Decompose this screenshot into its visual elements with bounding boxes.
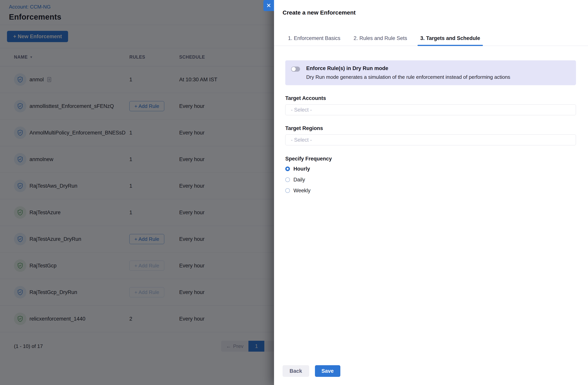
dry-run-toggle[interactable]	[291, 67, 300, 72]
dry-run-description: Dry Run mode generates a simulation of t…	[306, 74, 510, 80]
create-enforcement-drawer: ✕ Create a new Enforcement 1. Enforcemen…	[274, 0, 588, 385]
frequency-field: Specify Frequency HourlyDailyWeekly	[285, 156, 576, 196]
target-regions-label: Target Regions	[285, 125, 576, 131]
dry-run-banner: Enforce Rule(s) in Dry Run mode Dry Run …	[285, 60, 576, 85]
frequency-option-label: Daily	[294, 177, 305, 183]
radio-unselected-icon[interactable]	[285, 177, 290, 182]
save-button[interactable]: Save	[315, 365, 340, 377]
frequency-radio-group: HourlyDailyWeekly	[285, 163, 576, 196]
dry-run-title: Enforce Rule(s) in Dry Run mode	[306, 65, 510, 71]
radio-selected-icon[interactable]	[285, 166, 290, 171]
target-accounts-label: Target Accounts	[285, 95, 576, 101]
drawer-title: Create a new Enforcement	[283, 9, 579, 16]
target-accounts-select[interactable]: - Select -	[285, 104, 576, 115]
tab-enforcement-basics[interactable]: 1. Enforcement Basics	[285, 35, 343, 45]
radio-unselected-icon[interactable]	[285, 188, 290, 193]
back-button[interactable]: Back	[283, 365, 309, 377]
close-drawer-button[interactable]: ✕	[263, 0, 274, 11]
drawer-body: Enforce Rule(s) in Dry Run mode Dry Run …	[274, 46, 588, 196]
tab-rules-and-rule-sets[interactable]: 2. Rules and Rule Sets	[351, 35, 410, 45]
modal-overlay[interactable]	[0, 0, 274, 385]
drawer-header: Create a new Enforcement	[274, 0, 588, 16]
target-accounts-field: Target Accounts - Select -	[285, 95, 576, 115]
target-regions-select[interactable]: - Select -	[285, 135, 576, 145]
drawer-footer: Back Save	[283, 365, 340, 377]
frequency-option-hourly[interactable]: Hourly	[285, 163, 576, 174]
close-icon: ✕	[266, 3, 271, 9]
drawer-tabs: 1. Enforcement Basics2. Rules and Rule S…	[274, 35, 588, 46]
target-regions-field: Target Regions - Select -	[285, 125, 576, 145]
frequency-option-weekly[interactable]: Weekly	[285, 185, 576, 196]
target-regions-placeholder: - Select -	[291, 137, 312, 143]
frequency-option-label: Hourly	[294, 166, 310, 172]
dry-run-text: Enforce Rule(s) in Dry Run mode Dry Run …	[306, 65, 510, 80]
frequency-option-daily[interactable]: Daily	[285, 174, 576, 185]
target-accounts-placeholder: - Select -	[291, 107, 312, 113]
tab-targets-and-schedule[interactable]: 3. Targets and Schedule	[418, 35, 483, 45]
frequency-label: Specify Frequency	[285, 156, 576, 162]
toggle-knob-icon	[292, 67, 296, 71]
frequency-option-label: Weekly	[294, 188, 311, 194]
